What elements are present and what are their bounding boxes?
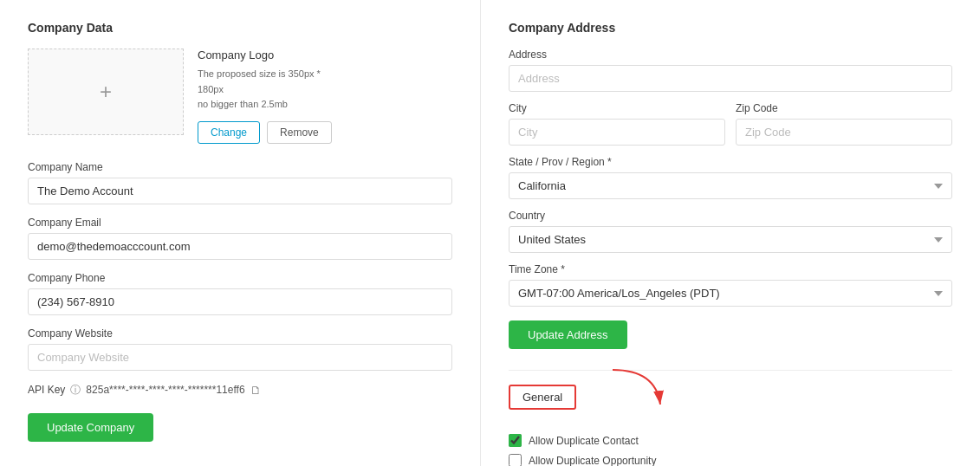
country-label: Country xyxy=(509,210,952,222)
allow-duplicate-opportunity-label: Allow Duplicate Opportunity xyxy=(529,455,656,467)
checkbox-row-allow-duplicate-opportunity: Allow Duplicate Opportunity xyxy=(509,454,952,466)
checkboxes-list: Allow Duplicate Contact Allow Duplicate … xyxy=(509,434,952,466)
api-key-value: 825a****-****-****-****-*******11eff6 xyxy=(86,384,244,396)
left-panel: Company Data + Company Logo The proposed… xyxy=(0,0,481,466)
logo-desc-line1: The proposed size is 350px * xyxy=(198,68,321,79)
logo-label: Company Logo xyxy=(198,49,452,61)
api-key-label: API Key xyxy=(28,384,65,396)
timezone-label: Time Zone * xyxy=(509,263,952,275)
timezone-select[interactable]: GMT-07:00 America/Los_Angeles (PDT) GMT-… xyxy=(509,280,952,307)
allow-duplicate-contact-label: Allow Duplicate Contact xyxy=(529,435,639,447)
company-data-title: Company Data xyxy=(28,21,452,35)
city-group: City xyxy=(509,102,725,146)
city-label: City xyxy=(509,102,725,114)
state-select[interactable]: California New York Texas Florida xyxy=(509,172,952,199)
change-logo-button[interactable]: Change xyxy=(198,121,260,144)
allow-duplicate-contact-checkbox[interactable] xyxy=(509,434,522,447)
zip-label: Zip Code xyxy=(736,102,952,114)
company-name-group: Company Name xyxy=(28,161,452,204)
city-input[interactable] xyxy=(509,119,725,146)
update-company-button[interactable]: Update Company xyxy=(28,413,153,442)
allow-duplicate-opportunity-checkbox[interactable] xyxy=(509,454,522,466)
zip-input[interactable] xyxy=(736,119,952,146)
company-email-group: Company Email xyxy=(28,217,452,260)
city-zip-row: City Zip Code xyxy=(509,102,952,156)
info-icon[interactable]: ⓘ xyxy=(70,383,81,398)
country-group: Country United States Canada United King… xyxy=(509,210,952,253)
company-website-label: Company Website xyxy=(28,327,452,340)
plus-icon: + xyxy=(100,80,112,104)
timezone-group: Time Zone * GMT-07:00 America/Los_Angele… xyxy=(509,263,952,307)
company-website-input[interactable] xyxy=(28,344,452,371)
checkbox-row-allow-duplicate-contact: Allow Duplicate Contact xyxy=(509,434,952,447)
company-address-title: Company Address xyxy=(509,21,952,35)
logo-info: Company Logo The proposed size is 350px … xyxy=(198,49,452,144)
company-name-input[interactable] xyxy=(28,178,452,204)
update-address-button[interactable]: Update Address xyxy=(509,320,627,349)
general-tab[interactable]: General xyxy=(509,385,576,410)
address-label: Address xyxy=(509,49,952,61)
state-label: State / Prov / Region * xyxy=(509,156,952,168)
address-group: Address xyxy=(509,49,952,92)
company-email-input[interactable] xyxy=(28,233,452,260)
address-input[interactable] xyxy=(509,65,952,92)
logo-desc: The proposed size is 350px * 180px no bi… xyxy=(198,67,452,113)
right-panel: Company Address Address City Zip Code xyxy=(481,0,980,466)
logo-upload-box[interactable]: + xyxy=(28,49,184,135)
zip-group: Zip Code xyxy=(736,102,952,146)
api-key-row: API Key ⓘ 825a****-****-****-****-******… xyxy=(28,383,452,398)
country-select[interactable]: United States Canada United Kingdom Aust… xyxy=(509,226,952,253)
logo-buttons: Change Remove xyxy=(198,121,452,144)
logo-section: + Company Logo The proposed size is 350p… xyxy=(28,49,452,144)
logo-desc-line3: no bigger than 2.5mb xyxy=(198,99,288,109)
company-website-group: Company Website xyxy=(28,327,452,371)
state-group: State / Prov / Region * California New Y… xyxy=(509,156,952,199)
address-section: Company Address Address City Zip Code xyxy=(509,21,952,349)
copy-icon[interactable]: 🗋 xyxy=(250,384,262,397)
arrow-indicator xyxy=(604,366,673,417)
company-phone-input[interactable] xyxy=(28,288,452,315)
company-email-label: Company Email xyxy=(28,217,452,229)
remove-logo-button[interactable]: Remove xyxy=(267,121,332,144)
company-name-label: Company Name xyxy=(28,161,452,173)
general-section: General Allow Duplicate Contact xyxy=(509,370,952,466)
company-phone-group: Company Phone xyxy=(28,272,452,315)
logo-desc-line2: 180px xyxy=(198,84,224,94)
company-phone-label: Company Phone xyxy=(28,272,452,284)
